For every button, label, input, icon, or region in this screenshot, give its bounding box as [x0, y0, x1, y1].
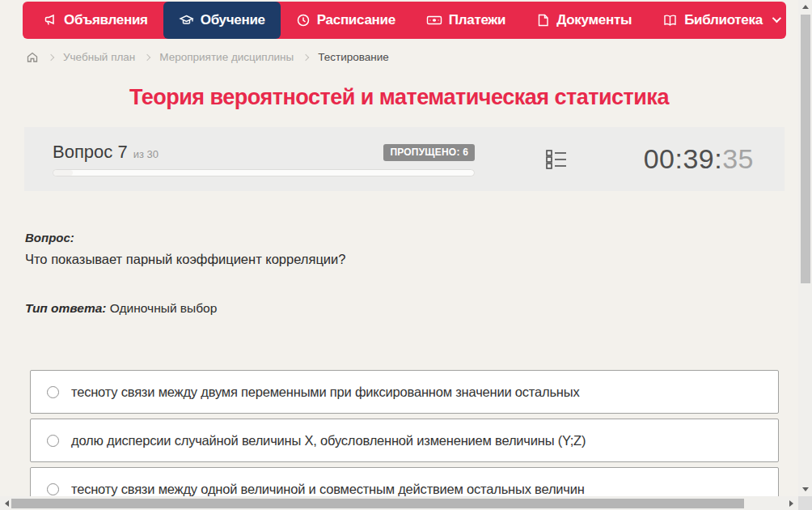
nav-item-label: Платежи — [449, 12, 505, 28]
nav-item-label: Документы — [556, 12, 632, 28]
answer-option-label: долю дисперсии случайной величины X, обу… — [71, 433, 586, 448]
timer-main: 00:39: — [644, 143, 723, 174]
question-total: из 30 — [133, 148, 159, 160]
breadcrumb-item-curriculum[interactable]: Учебный план — [63, 51, 135, 63]
book-icon — [662, 13, 678, 28]
question-body: Вопрос: Что показывает парный коэффициен… — [25, 231, 774, 316]
nav-item-label: Объявления — [64, 12, 148, 28]
page-title: Теория вероятностей и математическая ста… — [0, 85, 798, 110]
horizontal-scrollbar-thumb[interactable] — [11, 499, 744, 508]
arrow-right-icon — [789, 500, 793, 507]
nav-item-announcements[interactable]: Объявления — [27, 2, 163, 39]
answer-type-label: Тип ответа: — [25, 301, 107, 315]
answer-options: тесноту связи между двумя переменными пр… — [30, 370, 774, 496]
timer-seconds: 35 — [722, 143, 754, 174]
breadcrumb-item-testing: Тестирование — [318, 51, 389, 63]
vertical-scrollbar[interactable] — [798, 0, 812, 496]
scroll-right-button[interactable] — [785, 496, 798, 510]
scrollbar-corner — [798, 496, 812, 510]
answer-option-label: тесноту связи между одной величиной и со… — [71, 482, 585, 497]
answer-type-value: Одиночный выбор — [110, 301, 218, 315]
home-icon[interactable] — [26, 51, 39, 63]
progress-bar — [53, 169, 475, 176]
nav-item-payments[interactable]: Платежи — [411, 2, 521, 39]
page-content: Объявления Обучение Расписание — [0, 0, 798, 496]
question-progress-block: Вопрос 7 из 30 ПРОПУЩЕНО: 6 — [53, 142, 475, 176]
skipped-badge: ПРОПУЩЕНО: 6 — [383, 144, 475, 161]
graduation-cap-icon — [179, 13, 194, 28]
clock-icon — [296, 13, 311, 28]
megaphone-icon — [43, 13, 57, 28]
question-text: Что показывает парный коэффициент коррел… — [25, 252, 774, 267]
arrow-left-icon — [5, 500, 9, 507]
arrow-up-icon — [802, 5, 809, 9]
main-navbar: Объявления Обучение Расписание — [23, 2, 786, 39]
chevron-down-icon — [772, 13, 781, 22]
nav-item-documents[interactable]: Документы — [521, 2, 647, 39]
answer-option-3[interactable]: тесноту связи между одной величиной и со… — [30, 467, 779, 496]
answer-option-2[interactable]: долю дисперсии случайной величины X, обу… — [30, 419, 779, 462]
countdown-timer: 00:39:35 — [567, 143, 768, 175]
breadcrumb-item-discipline-event[interactable]: Мероприятие дисциплины — [159, 51, 294, 63]
breadcrumb-separator-icon — [144, 53, 150, 60]
arrow-down-icon — [802, 487, 809, 491]
horizontal-scrollbar[interactable] — [0, 496, 798, 510]
nav-item-label: Библиотека — [684, 12, 763, 28]
radio-button[interactable] — [47, 483, 59, 495]
scroll-up-button[interactable] — [798, 0, 812, 14]
radio-button[interactable] — [47, 435, 59, 447]
nav-item-label: Расписание — [317, 12, 395, 28]
document-icon — [536, 13, 550, 28]
breadcrumb: Учебный план Мероприятие дисциплины Тест… — [26, 51, 798, 63]
breadcrumb-separator-icon — [48, 53, 54, 60]
nav-item-schedule[interactable]: Расписание — [281, 2, 411, 39]
question-heading: Вопрос: — [25, 231, 774, 244]
answer-type-row: Тип ответа: Одиночный выбор — [25, 301, 774, 316]
nav-item-library[interactable]: Библиотека — [647, 2, 794, 39]
scroll-down-button[interactable] — [798, 482, 812, 496]
nav-item-label: Обучение — [201, 12, 265, 28]
question-number: Вопрос 7 — [53, 142, 128, 163]
vertical-scrollbar-thumb[interactable] — [801, 15, 810, 283]
banknote-icon — [426, 13, 442, 28]
answer-option-1[interactable]: тесноту связи между двумя переменными пр… — [30, 370, 779, 414]
answer-option-label: тесноту связи между двумя переменными пр… — [71, 385, 579, 400]
quiz-page: Объявления Обучение Расписание — [0, 0, 812, 510]
breadcrumb-separator-icon — [302, 53, 309, 60]
question-header-card: Вопрос 7 из 30 ПРОПУЩЕНО: 6 00:39:35 — [24, 127, 785, 191]
question-list-icon[interactable] — [546, 148, 567, 171]
radio-button[interactable] — [47, 386, 59, 398]
progress-bar-fill — [53, 170, 73, 176]
nav-item-learning[interactable]: Обучение — [163, 2, 281, 39]
